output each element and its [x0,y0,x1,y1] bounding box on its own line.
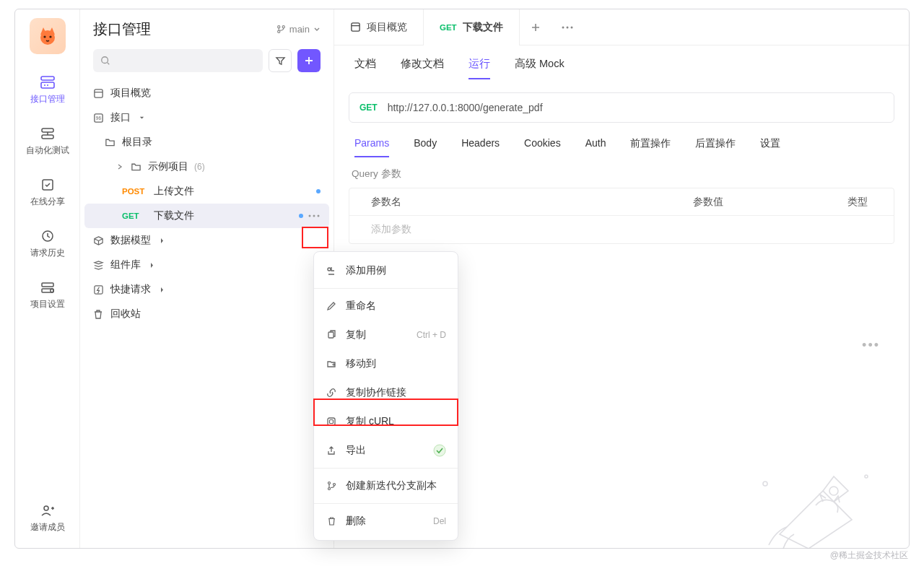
reqtab-auth[interactable]: Auth [585,137,606,157]
subtab-mock[interactable]: 高级 Mock [515,57,565,79]
nav-share[interactable]: 在线分享 [22,170,73,215]
svg-rect-19 [94,89,102,97]
share-icon [40,177,56,193]
ctx-label: 复制 [346,328,366,341]
reqtab-cookies[interactable]: Cookies [524,137,561,157]
ctx-copy-curl[interactable]: 复制 cURL [314,407,458,436]
panel-more-button[interactable]: ••• [862,338,880,353]
ctx-label: 移动到 [346,357,376,370]
branch-name: main [289,24,310,35]
plus-icon [531,22,541,32]
shortcut: Del [433,516,446,526]
overview-icon [92,88,105,99]
request-tabs: Params Body Headers Cookies Auth 前置操作 后置… [334,123,909,157]
ctx-label: 复制协作链接 [346,386,406,399]
ctx-move[interactable]: 移动到 [314,349,458,378]
tab-overview[interactable]: 项目概览 [334,9,423,45]
request-url-bar[interactable]: GET http://127.0.0.1:8000/generate_pdf [349,92,894,123]
nav-api-management[interactable]: 接口管理 [22,67,73,113]
tree-quick-request[interactable]: 快捷请求 [84,277,329,302]
ctx-label: 重命名 [346,300,376,313]
api-group-icon: 96 [92,113,105,123]
reqtab-pre[interactable]: 前置操作 [630,137,671,157]
add-param-row[interactable]: 添加参数 [349,216,894,243]
tree-overview[interactable]: 项目概览 [84,81,329,105]
folder-icon [129,162,142,172]
ctx-rename[interactable]: 重命名 [314,292,458,321]
nav-invite[interactable]: 邀请成员 [22,495,73,541]
svg-rect-33 [330,420,334,424]
trash-icon [92,309,105,320]
search-icon [100,56,110,66]
tab-download-file[interactable]: GET 下载文件 [423,9,520,45]
tree-label: 下载文件 [154,209,194,222]
reqtab-settings[interactable]: 设置 [760,137,780,157]
tree-root-dir[interactable]: 根目录 [84,130,329,154]
filter-button[interactable] [269,49,292,72]
ctx-copy-link[interactable]: 复制协作链接 [314,378,458,407]
caret-right-icon [155,238,168,244]
add-button[interactable] [297,49,321,72]
method-badge: GET [122,212,148,220]
svg-point-15 [277,26,279,28]
app-logo [30,18,66,54]
col-name: 参数名 [349,196,595,209]
tree-models[interactable]: 数据模型 [84,228,329,253]
tree-api-download[interactable]: GET 下载文件 [84,204,329,228]
subtab-edit-doc[interactable]: 修改文档 [401,57,444,79]
nav-label: 项目设置 [30,298,65,310]
decorative-illustration [736,455,881,549]
caret-right-icon [155,287,168,293]
add-param-placeholder: 添加参数 [371,223,411,236]
tree-sample-project[interactable]: 示例项目 (6) [84,154,329,179]
reqtab-post[interactable]: 后置操作 [695,137,736,157]
query-params-label: Query 参数 [334,157,909,185]
chevron-right-icon [116,164,123,170]
svg-point-14 [44,506,48,510]
ctx-branch-copy[interactable]: 创建新迭代分支副本 [314,471,458,500]
tree-api-upload[interactable]: POST 上传文件 [84,179,329,204]
nav-label: 自动化测试 [26,144,69,157]
tab-more-button[interactable] [552,9,583,45]
nav-automation[interactable]: 自动化测试 [22,118,73,164]
ctx-copy[interactable]: 复制Ctrl + D [314,321,458,349]
branch-copy-icon [326,481,337,491]
method-badge: GET [440,23,457,32]
tree-components[interactable]: 组件库 [84,253,329,277]
tree-label: 接口 [110,111,131,124]
reqtab-body[interactable]: Body [414,137,437,157]
reqtab-params[interactable]: Params [354,137,389,157]
nav-settings[interactable]: 项目设置 [22,272,73,318]
subtab-doc[interactable]: 文档 [354,57,376,79]
tree-label: 上传文件 [154,185,194,198]
overview-icon [350,22,361,32]
svg-rect-7 [42,129,53,132]
subtab-run[interactable]: 运行 [468,57,490,79]
ctx-add-case[interactable]: 添加用例 [314,256,458,285]
svg-point-37 [334,484,336,486]
nav-history[interactable]: 请求历史 [22,221,73,266]
svg-point-34 [434,445,445,456]
divider [314,468,458,469]
filter-icon [275,56,286,66]
search-input[interactable] [93,49,263,72]
svg-point-1 [43,35,45,38]
tree-label: 根目录 [122,136,152,149]
nav-label: 接口管理 [30,93,65,105]
quick-icon [92,284,105,295]
svg-point-40 [865,475,868,478]
ctx-export[interactable]: 导出 [314,436,458,465]
tree-trash[interactable]: 回收站 [84,302,329,326]
new-tab-button[interactable] [520,9,552,45]
ctx-delete[interactable]: 删除Del [314,507,458,536]
branch-selector[interactable]: main [276,24,321,35]
svg-point-35 [328,482,331,484]
tabs-row: 项目概览 GET 下载文件 [334,9,909,45]
reqtab-headers[interactable]: Headers [461,137,500,157]
svg-point-6 [47,84,48,86]
divider [314,503,458,504]
caret-down-icon [135,115,148,121]
tree-apis-root[interactable]: 96 接口 [84,105,329,130]
more-actions-button[interactable] [303,207,325,225]
tree-label: 组件库 [110,258,141,271]
